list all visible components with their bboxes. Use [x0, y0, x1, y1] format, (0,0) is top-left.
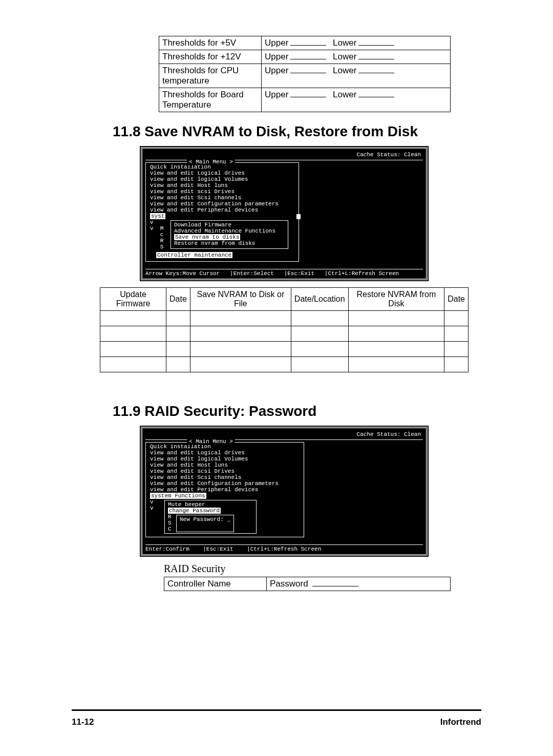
submenu-item: Restore nvram from disks — [174, 240, 285, 246]
log-col-header: Date — [166, 288, 190, 311]
menu-item: view and edit Logical drives — [150, 450, 301, 456]
submenu-box: Download Firmware Advanced Maintenance F… — [171, 220, 288, 249]
menu-item: view and edit logical Volumes — [150, 456, 301, 462]
menu-item: view and edit Scsi channels — [150, 195, 295, 201]
menu-item: view and edit Scsi channels — [150, 474, 301, 480]
log-col-header: Update Firmware — [100, 288, 166, 311]
table-row — [100, 311, 469, 326]
raid-security-caption: RAID Security — [164, 563, 497, 575]
log-col-header: Restore NVRAM from Disk — [348, 288, 444, 311]
table-row — [100, 326, 469, 342]
cache-status: Cache Status: Clean — [145, 152, 423, 158]
section-119-heading: 11.9 RAID Security: Password — [113, 403, 497, 419]
nvram-log-table: Update Firmware Date Save NVRAM to Disk … — [100, 287, 469, 372]
page-number: 11-12 — [72, 717, 94, 727]
lower-label: Lower — [333, 90, 356, 99]
side-letters: R S C — [168, 514, 176, 532]
raid-security-table: Controller Name Password — [164, 577, 451, 591]
upper-label: Upper — [265, 90, 288, 99]
log-col-header: Save NVRAM to Disk or File — [190, 288, 291, 311]
menu-item: view and edit scsi Drives — [150, 468, 301, 474]
thresh-label: Thresholds for Board Temperature — [159, 88, 262, 112]
main-menu-box: < Main Menu > Quick installation view an… — [145, 442, 304, 537]
thresh-values: Upper Lower — [262, 50, 451, 64]
help-bar: Enter:Confirm |Esc:Exit |Ctrl+L:Refresh … — [145, 544, 423, 552]
thresh-label: Thresholds for +12V — [159, 50, 262, 64]
thresh-label: Thresholds for CPU temperature — [159, 64, 262, 88]
lower-label: Lower — [333, 38, 356, 48]
menu-item: view and edit Host luns — [150, 462, 301, 468]
brand-name: Infortrend — [440, 717, 481, 727]
upper-label: Upper — [265, 38, 288, 48]
controller-maintenance: Controller maintenance — [156, 252, 232, 258]
terminal-screenshot-2: Cache Status: Clean < Main Menu > Quick … — [141, 427, 428, 556]
menu-item: view and edit Host luns — [150, 182, 295, 188]
table-row — [100, 357, 469, 372]
submenu-item-selected: change Password — [168, 508, 221, 514]
submenu-item-selected: Save nvram to disks — [174, 234, 240, 240]
footer-rule — [72, 709, 481, 711]
new-password-prompt: New Password: _ — [180, 516, 230, 522]
log-col-header: Date/Location — [291, 288, 348, 311]
cache-status: Cache Status: Clean — [145, 431, 423, 437]
menu-item: view and edit Peripheral devices — [150, 207, 295, 213]
submenu-item: Mute beeper — [168, 501, 253, 508]
menu-item: view and edit Logical drives — [150, 170, 295, 176]
thresh-label: Thresholds for +5V — [159, 36, 262, 50]
side-letters: v v — [150, 499, 158, 535]
controller-name-label: Controller Name — [164, 577, 267, 591]
password-label: Password — [270, 579, 308, 589]
password-cell: Password — [267, 577, 451, 591]
terminal-screenshot-1: Cache Status: Clean < Main Menu > Quick … — [141, 147, 428, 280]
main-menu-title: < Main Menu > — [187, 438, 235, 445]
upper-label: Upper — [265, 52, 288, 61]
side-letters: v v M c R S — [150, 219, 164, 250]
scrollbar-block-icon — [296, 214, 301, 219]
menu-item: view and edit Peripheral devices — [150, 487, 301, 493]
menu-item: view and edit logical Volumes — [150, 176, 295, 182]
lower-label: Lower — [333, 66, 356, 75]
help-bar: Arrow Keys:Move Cursor |Enter:Select |Es… — [145, 269, 423, 277]
main-menu-title: < Main Menu > — [187, 159, 235, 165]
thresh-values: Upper Lower — [262, 36, 451, 50]
lower-label: Lower — [333, 52, 356, 61]
thresholds-table: Thresholds for +5V Upper Lower Threshold… — [159, 36, 451, 112]
main-menu-box: < Main Menu > Quick installation view an… — [145, 162, 299, 262]
thresh-values: Upper Lower — [262, 88, 451, 112]
thresh-values: Upper Lower — [262, 64, 451, 88]
submenu-item: Advanced Maintenance Functions — [174, 228, 285, 234]
system-functions-highlight: system Functions — [150, 493, 206, 499]
section-118-heading: 11.8 Save NVRAM to Disk, Restore from Di… — [113, 123, 497, 140]
page-footer: 11-12 Infortrend — [72, 717, 481, 727]
menu-item: view and edit scsi Drives — [150, 188, 295, 195]
submenu-box: Mute beeper change Password R S C New Pa… — [164, 500, 257, 534]
menu-item: view and edit Configuration parameters — [150, 201, 295, 207]
submenu-item: Download Firmware — [174, 222, 285, 228]
menu-item: view and edit Configuration parameters — [150, 480, 301, 487]
new-password-box: New Password: _ — [176, 515, 234, 532]
upper-label: Upper — [265, 66, 288, 75]
table-row — [100, 342, 469, 357]
log-col-header: Date — [444, 288, 469, 311]
syst-highlight: syst — [150, 213, 165, 219]
